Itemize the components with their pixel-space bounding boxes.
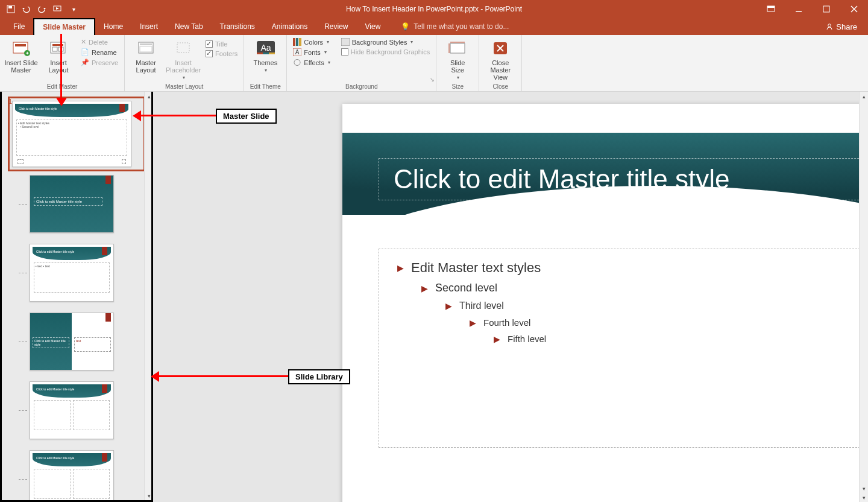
mini-title: Click to edit Master title style — [36, 456, 74, 460]
placeholder-icon — [174, 39, 193, 58]
master-layout-icon — [136, 39, 156, 58]
svg-point-32 — [294, 60, 300, 66]
master-layout-label: Master Layout — [136, 59, 156, 74]
slide-size-label: Slide Size — [450, 59, 465, 74]
bg-styles-button[interactable]: Background Styles▾ — [339, 37, 432, 46]
insert-placeholder-button[interactable]: Insert Placeholder▾ — [166, 37, 201, 80]
title-text: Click to edit Master title style — [394, 164, 730, 194]
fonts-button[interactable]: AFonts▾ — [291, 48, 332, 57]
tab-insert[interactable]: Insert — [131, 18, 166, 35]
insert-placeholder-label: Insert Placeholder — [166, 59, 201, 74]
level1-text: Edit Master text styles — [411, 260, 541, 276]
tab-new-tab[interactable]: New Tab — [166, 18, 211, 35]
share-button[interactable]: Share — [819, 18, 863, 35]
group-label-edit-theme: Edit Theme — [248, 82, 283, 90]
themes-icon: Aa — [256, 39, 275, 58]
bullet-icon: ▶ — [494, 334, 500, 344]
thumbnail-scrollbar[interactable]: ▴▾ — [144, 92, 153, 500]
document-title: How To Insert Header In PowerPoint.pptx … — [346, 5, 522, 13]
master-slide-thumbnail[interactable]: 1 Click to edit Master title style • Edi… — [8, 97, 145, 171]
svg-rect-6 — [823, 6, 829, 12]
insert-slide-master-button[interactable]: ✦ Insert Slide Master — [4, 37, 39, 74]
scroll-down-button[interactable]: ▾ — [860, 484, 868, 493]
bullet-icon: ▶ — [421, 284, 428, 293]
svg-rect-29 — [299, 38, 301, 46]
tab-transitions[interactable]: Transitions — [212, 18, 263, 35]
mini-title: Click to edit Master title style — [19, 107, 57, 110]
colors-button[interactable]: Colors▾ — [291, 37, 332, 46]
layout-thumbnail[interactable]: Click to edit Master title style▪ text ▪… — [30, 244, 145, 302]
slide-size-icon — [448, 39, 467, 58]
annotation-slide-library-label: Slide Library — [288, 369, 350, 384]
slide-edit-pane[interactable]: ‹#› Click to edit Master title style ▶Ed… — [153, 92, 868, 502]
annotation-master-slide-label: Master Slide — [216, 109, 277, 124]
next-slide-button[interactable]: ▾ — [860, 493, 868, 502]
insert-slide-master-label: Insert Slide Master — [4, 59, 37, 74]
footers-checkbox[interactable]: Footers — [203, 49, 240, 58]
slide-master-icon: ✦ — [11, 39, 31, 58]
svg-rect-11 — [15, 44, 26, 46]
redo-button[interactable] — [35, 2, 49, 16]
close-master-label: Close Master View — [483, 59, 518, 81]
layout-thumbnail[interactable]: Click to edit Master title styletext — [30, 313, 145, 370]
group-label-edit-master: Edit Master — [4, 82, 121, 90]
tab-file[interactable]: File — [5, 18, 33, 35]
svg-rect-4 — [767, 6, 775, 8]
tab-view[interactable]: View — [357, 18, 389, 35]
colors-label: Colors — [304, 39, 323, 46]
start-from-beginning-button[interactable] — [51, 2, 65, 16]
tell-me-search[interactable]: 💡 Tell me what you want to do... — [389, 18, 509, 35]
group-edit-master: ✦ Insert Slide Master Insert Layout ✕Del… — [0, 35, 125, 91]
scroll-down-button[interactable]: ▾ — [145, 491, 153, 500]
bullet-icon: ▶ — [397, 263, 404, 273]
title-placeholder[interactable]: Click to edit Master title style — [379, 158, 868, 200]
layout-thumbnail[interactable]: Click to edit Master title style — [30, 175, 145, 233]
group-label-size: Size — [440, 82, 475, 90]
close-master-view-button[interactable]: Close Master View — [483, 37, 518, 81]
group-background: Colors▾ AFonts▾ Effects▾ Background Styl… — [287, 35, 436, 91]
svg-rect-24 — [257, 52, 263, 54]
annotation-arrow — [158, 375, 288, 377]
mini-title: Click to edit Master title style — [36, 387, 74, 391]
maximize-button[interactable] — [813, 0, 840, 18]
body-placeholder[interactable]: ▶Edit Master text styles ▶Second level ▶… — [379, 249, 868, 448]
layout-thumbnail[interactable]: Click to edit Master title style — [30, 450, 145, 502]
tab-slide-master[interactable]: Slide Master — [33, 18, 95, 35]
group-master-layout: Master Layout Insert Placeholder▾ Title … — [125, 35, 244, 91]
themes-button[interactable]: Aa Themes▾ — [248, 37, 283, 73]
ribbon-display-options-button[interactable] — [757, 0, 785, 18]
thumbnail-pane[interactable]: 1 Click to edit Master title style • Edi… — [0, 92, 153, 502]
undo-button[interactable] — [19, 2, 34, 16]
layout-thumbnail[interactable]: Click to edit Master title style — [30, 381, 145, 439]
rename-button[interactable]: 📄Rename — [78, 48, 121, 57]
master-layout-button[interactable]: Master Layout — [128, 37, 163, 74]
svg-rect-25 — [263, 52, 269, 54]
close-icon — [491, 39, 510, 58]
checkbox-icon — [206, 40, 213, 48]
slide-size-button[interactable]: Slide Size▾ — [440, 37, 475, 80]
bg-styles-label: Background Styles — [352, 39, 407, 46]
slide-canvas[interactable]: ‹#› Click to edit Master title style ▶Ed… — [342, 104, 868, 502]
group-label-master-layout: Master Layout — [128, 82, 240, 90]
hide-bg-checkbox[interactable]: Hide Background Graphics — [339, 48, 432, 56]
preserve-button[interactable]: 📌Preserve — [78, 58, 121, 67]
title-checkbox[interactable]: Title — [203, 40, 240, 48]
delete-button[interactable]: ✕Delete — [78, 37, 121, 46]
bg-styles-icon — [341, 38, 350, 46]
rename-label: Rename — [92, 49, 117, 56]
insert-layout-button[interactable]: Insert Layout — [41, 37, 76, 74]
tab-review[interactable]: Review — [316, 18, 356, 35]
tell-me-placeholder: Tell me what you want to do... — [414, 22, 509, 31]
qat-customize-button[interactable]: ▾ — [66, 2, 81, 16]
scroll-up-button[interactable]: ▴ — [145, 92, 153, 101]
tab-home[interactable]: Home — [95, 18, 131, 35]
close-window-button[interactable] — [840, 0, 868, 18]
tab-animations[interactable]: Animations — [263, 18, 316, 35]
scroll-up-button[interactable]: ▴ — [860, 92, 868, 101]
effects-button[interactable]: Effects▾ — [291, 58, 332, 67]
save-button[interactable] — [4, 2, 18, 16]
fonts-icon: A — [293, 48, 301, 56]
slide-scrollbar[interactable]: ▴▾▾ — [859, 92, 868, 502]
svg-rect-1 — [8, 6, 12, 8]
minimize-button[interactable] — [785, 0, 813, 18]
